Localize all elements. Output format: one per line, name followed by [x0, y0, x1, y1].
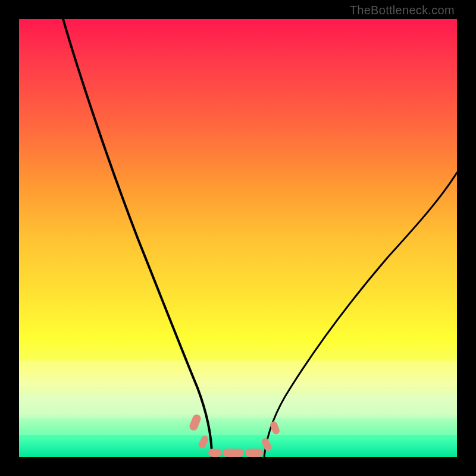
plot-area	[19, 19, 457, 457]
chart-frame: TheBottleneck.com	[0, 0, 476, 476]
svg-rect-3	[223, 449, 244, 457]
svg-rect-2	[208, 449, 221, 457]
left-descending-curve	[63, 19, 212, 457]
curve-layer	[19, 19, 457, 457]
svg-rect-0	[188, 413, 202, 431]
watermark-text: TheBottleneck.com	[350, 4, 455, 17]
right-ascending-curve	[264, 173, 457, 457]
markers-right	[261, 421, 281, 452]
svg-rect-1	[198, 434, 210, 449]
markers-bottom	[208, 449, 263, 457]
svg-rect-4	[245, 449, 263, 457]
svg-rect-5	[261, 437, 273, 452]
